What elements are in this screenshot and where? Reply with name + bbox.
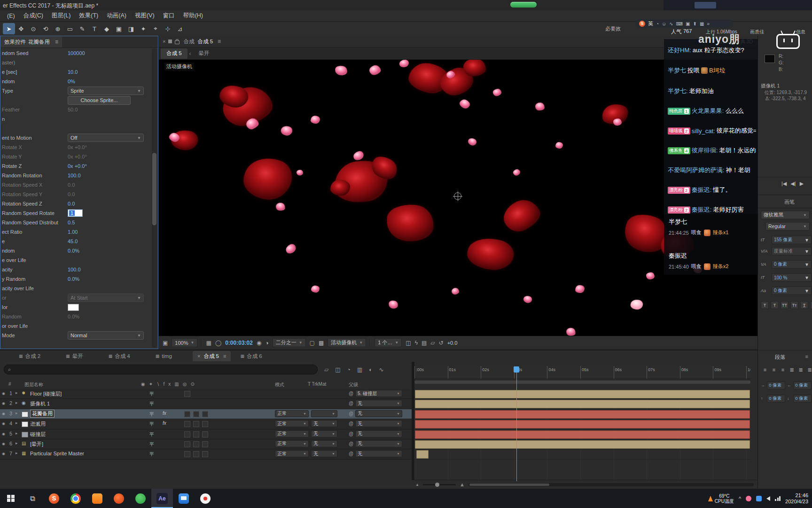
- previous-frame-button[interactable]: ◀|: [790, 181, 796, 187]
- workspace-label[interactable]: 必要效: [605, 25, 621, 32]
- menu-item-4[interactable]: 动画(A): [102, 12, 131, 20]
- switch-checkbox[interactable]: [193, 431, 199, 437]
- effect-property-dropdown[interactable]: Sprite▼: [68, 87, 144, 95]
- switch-checkbox[interactable]: [184, 391, 190, 397]
- axis-mode-local-icon[interactable]: ⊹: [162, 23, 174, 34]
- layer-row-5[interactable]: ◉5▸碰撞层平正常▼无▼@无▼: [0, 429, 412, 439]
- font-family-select[interactable]: 微软雅黑▼: [761, 211, 810, 219]
- switch-checkbox[interactable]: [184, 431, 190, 437]
- snapshot-icon[interactable]: ◉: [257, 340, 261, 346]
- current-time-indicator-head[interactable]: [514, 366, 519, 373]
- twirl-icon[interactable]: ▸: [16, 451, 18, 455]
- timeline-tab-3[interactable]: ▦timg: [151, 351, 177, 361]
- layer-name[interactable]: 迸溅用: [30, 421, 46, 428]
- upload-icon[interactable]: ⬆: [693, 21, 697, 26]
- trkmat-select[interactable]: 无▼: [311, 450, 337, 457]
- switch-checkbox[interactable]: [193, 421, 199, 427]
- cpu-temperature-widget[interactable]: 69°C CPU温度: [708, 493, 734, 504]
- parent-select[interactable]: 无▼: [355, 410, 402, 417]
- blend-mode-select[interactable]: 正常▼: [275, 420, 309, 427]
- quality-switch[interactable]: 平: [149, 421, 154, 428]
- menu-item-3[interactable]: 效果(T): [75, 12, 102, 20]
- switch-checkbox[interactable]: [193, 441, 199, 447]
- taskbar-icon-green-app[interactable]: [130, 489, 151, 508]
- frame-blend-icon[interactable]: ▥: [357, 366, 362, 373]
- exposure-value[interactable]: +0.0: [447, 340, 458, 346]
- draft-3d-icon[interactable]: ◫: [335, 366, 340, 373]
- grid-icon[interactable]: ▦: [700, 21, 704, 26]
- trkmat-select[interactable]: ▼: [311, 410, 337, 417]
- effect-property-value[interactable]: 0.0: [68, 201, 75, 206]
- fast-preview-icon[interactable]: ϟ: [415, 340, 418, 346]
- eye-icon[interactable]: ◉: [2, 401, 5, 405]
- menu-item-6[interactable]: 窗口: [159, 12, 179, 20]
- timeline-horizontal-scrollbar[interactable]: [468, 483, 754, 486]
- faux-style-button-2[interactable]: TT: [781, 301, 789, 309]
- menu-item-2[interactable]: 图层(L): [47, 12, 75, 20]
- zoom-tool-icon[interactable]: ⊙: [27, 23, 39, 34]
- faux-style-button-5[interactable]: T̶: [810, 301, 812, 309]
- switch-checkbox[interactable]: [202, 441, 208, 447]
- layer-row-7[interactable]: ◉7▸▦Particular Sprite Master平正常▼无▼@无▼: [0, 449, 412, 459]
- indent-input[interactable]: 0 像素: [793, 395, 812, 403]
- time-ruler[interactable]: :00s01s02s03s04s05s06s07s08s09s10s: [414, 366, 750, 379]
- ime-mode-label[interactable]: 英: [648, 20, 653, 27]
- layer-row-6[interactable]: ◉6▸▤[晕开]平正常▼无▼@无▼: [0, 439, 412, 449]
- choose-sprite-button[interactable]: Choose Sprite...: [68, 96, 131, 105]
- parent-select[interactable]: 无▼: [355, 420, 402, 427]
- axis-mode-world-icon[interactable]: ⊿: [174, 23, 186, 34]
- close-icon[interactable]: ×: [197, 353, 200, 359]
- twirl-icon[interactable]: ▸: [16, 431, 18, 436]
- orbit-camera-tool-icon[interactable]: ⟲: [39, 23, 52, 34]
- faux-style-button-4[interactable]: T̲: [800, 301, 808, 309]
- puppet-pin-tool-icon[interactable]: ⌖: [149, 23, 162, 34]
- eye-icon[interactable]: ◉: [2, 442, 5, 446]
- layer-name[interactable]: Particular Sprite Master: [30, 451, 84, 456]
- lock-icon[interactable]: [175, 40, 180, 44]
- align-button-0[interactable]: ≡: [762, 367, 768, 373]
- layer-name[interactable]: Floor [碰撞层]: [30, 390, 62, 397]
- effect-property-value[interactable]: 0x +0.0°: [68, 144, 87, 150]
- align-button-3[interactable]: ≣: [789, 367, 795, 373]
- layer-name[interactable]: 碰撞层: [30, 431, 46, 438]
- parent-pickwhip-icon[interactable]: @: [349, 411, 353, 416]
- effect-controls-tab[interactable]: 效果控件 花瓣备用 ≡: [0, 37, 62, 48]
- tracking-select[interactable]: 0 像素▼: [772, 260, 812, 269]
- switch-checkbox[interactable]: [202, 421, 208, 427]
- preview-quality-icon[interactable]: ▣: [163, 340, 168, 346]
- kerning-select[interactable]: 度量标准▼: [772, 247, 812, 255]
- layer-duration-bar[interactable]: [415, 440, 750, 449]
- hand-tool-icon[interactable]: ✥: [15, 23, 27, 34]
- twirl-icon[interactable]: ▸: [16, 400, 18, 405]
- switch-checkbox[interactable]: [184, 451, 190, 457]
- graph-editor-icon[interactable]: ∿: [379, 366, 383, 373]
- image-icon[interactable]: ▣: [686, 21, 690, 26]
- first-frame-button[interactable]: |◀: [781, 181, 787, 187]
- bilibili-tray-icon[interactable]: [746, 496, 751, 501]
- resolution-select[interactable]: 二分之一▼: [273, 338, 306, 347]
- menu-item-1[interactable]: 合成(C): [19, 12, 47, 20]
- scrollbar-thumb[interactable]: [469, 484, 549, 486]
- parent-pickwhip-icon[interactable]: @: [349, 421, 353, 426]
- timeline-search-input[interactable]: ⌕: [4, 365, 318, 374]
- quality-switch[interactable]: 平: [149, 431, 154, 438]
- layer-duration-bar[interactable]: [415, 410, 750, 419]
- camera-point-of-interest-marker[interactable]: [454, 192, 461, 200]
- eye-icon[interactable]: ◉: [2, 432, 5, 436]
- taskbar-icon-chrome[interactable]: [65, 489, 86, 508]
- flowchart-icon[interactable]: ▱: [430, 340, 435, 346]
- zoom-slider-thumb[interactable]: [435, 483, 439, 487]
- motion-blur-icon[interactable]: ◐: [369, 366, 372, 373]
- layer-duration-bar[interactable]: [415, 400, 750, 408]
- selection-tool-icon[interactable]: ➤: [3, 23, 15, 34]
- paragraph-panel-tab[interactable]: 段落: [775, 354, 785, 361]
- eye-icon[interactable]: ◉: [2, 412, 5, 416]
- layer-duration-bar[interactable]: [416, 450, 429, 459]
- taskbar-icon-orange-app[interactable]: [86, 489, 108, 508]
- background-window-button[interactable]: [695, 2, 716, 8]
- parent-select[interactable]: 无▼: [355, 450, 402, 457]
- pen-tool-icon[interactable]: ✎: [76, 23, 88, 34]
- scrollbar-thumb[interactable]: [152, 153, 156, 225]
- timeline-tab-2[interactable]: ▦合成 4: [104, 351, 135, 361]
- switch-checkbox[interactable]: [184, 421, 190, 427]
